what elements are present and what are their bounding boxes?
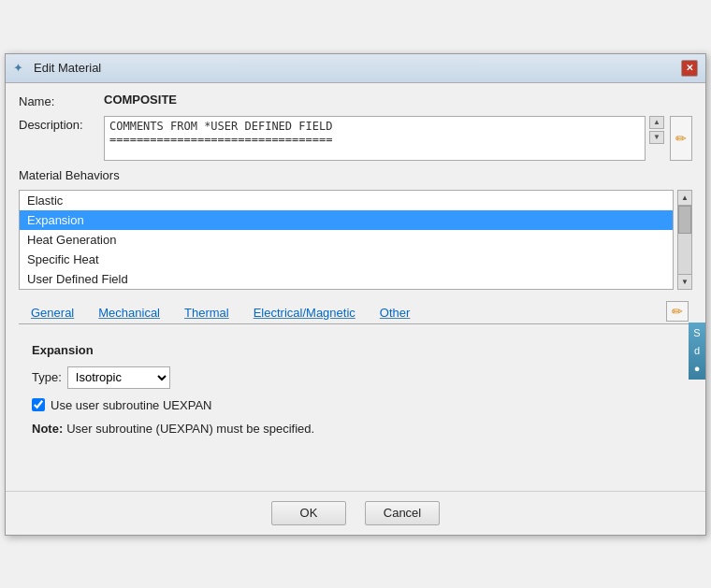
cancel-button[interactable]: Cancel — [365, 501, 440, 525]
side-icon-2[interactable]: d — [694, 346, 700, 356]
title-bar: ✦ Edit Material ✕ — [6, 54, 705, 83]
description-row: Description: COMMENTS FROM *USER DEFINED… — [19, 116, 692, 161]
behaviors-list: Elastic Expansion Heat Generation Specif… — [19, 190, 674, 290]
type-label: Type: — [32, 370, 62, 384]
dialog-body: Name: COMPOSITE Description: COMMENTS FR… — [6, 83, 705, 491]
name-label: Name: — [19, 93, 98, 108]
close-button[interactable]: ✕ — [681, 60, 698, 77]
content-panel: Expansion Type: Isotropic Orthotropic An… — [19, 332, 692, 481]
list-item-heat-generation[interactable]: Heat Generation — [20, 230, 673, 250]
description-container: COMMENTS FROM *USER DEFINED FIELD ======… — [104, 116, 664, 161]
list-scroll-up-button[interactable]: ▲ — [678, 191, 691, 206]
list-scroll-down-button[interactable]: ▼ — [678, 274, 691, 289]
material-behaviors-section: Material Behaviors — [19, 168, 692, 182]
app-icon: ✦ — [13, 61, 28, 76]
scroll-up-arrow[interactable]: ▲ — [649, 116, 664, 129]
behaviors-wrapper: Elastic Expansion Heat Generation Specif… — [19, 190, 692, 290]
type-row: Type: Isotropic Orthotropic Anisotropic — [32, 366, 679, 389]
note-text: User subroutine (UEXPAN) must be specifi… — [66, 422, 314, 436]
ok-button[interactable]: OK — [271, 501, 346, 525]
title-bar-left: ✦ Edit Material — [13, 61, 101, 76]
scroll-down-arrow[interactable]: ▼ — [649, 131, 664, 144]
tab-thermal[interactable]: Thermal — [172, 301, 241, 323]
uexpan-checkbox-label: Use user subroutine UEXPAN — [51, 398, 211, 412]
list-item-elastic[interactable]: Elastic — [20, 191, 673, 210]
expansion-title: Expansion — [32, 343, 679, 357]
list-scroll-thumb[interactable] — [678, 206, 691, 234]
type-select[interactable]: Isotropic Orthotropic Anisotropic — [67, 366, 170, 389]
name-value: COMPOSITE — [104, 93, 177, 107]
checkbox-row: Use user subroutine UEXPAN — [32, 398, 679, 412]
tabs-edit-button[interactable]: ✏ — [666, 301, 689, 322]
description-edit-button[interactable]: ✏ — [670, 116, 692, 161]
description-scroll-arrows: ▲ ▼ — [649, 116, 664, 161]
description-label: Description: — [19, 116, 98, 132]
uexpan-checkbox[interactable] — [32, 398, 45, 411]
side-icon-3[interactable]: ● — [694, 364, 701, 374]
tab-electrical-magnetic[interactable]: Electrical/Magnetic — [241, 301, 368, 323]
list-scrollbar: ▲ ▼ — [677, 190, 692, 290]
tabs-container: General Mechanical Thermal Electrical/Ma… — [19, 301, 692, 324]
note-label: Note: — [32, 422, 63, 436]
edit-material-dialog: ✦ Edit Material ✕ Name: COMPOSITE Descri… — [5, 53, 706, 536]
list-item-expansion[interactable]: Expansion — [20, 210, 673, 230]
list-scroll-track — [678, 206, 691, 274]
dialog-footer: OK Cancel — [6, 491, 705, 535]
name-row: Name: COMPOSITE — [19, 93, 692, 108]
list-item-specific-heat[interactable]: Specific Heat — [20, 250, 673, 269]
note-row: Note: User subroutine (UEXPAN) must be s… — [32, 422, 679, 436]
side-panel: S d ● — [689, 323, 705, 380]
tab-other[interactable]: Other — [368, 301, 423, 323]
material-behaviors-label: Material Behaviors — [19, 168, 120, 182]
dialog-title: Edit Material — [34, 61, 101, 75]
side-icon-1[interactable]: S — [693, 328, 700, 338]
tab-mechanical[interactable]: Mechanical — [86, 301, 172, 323]
tab-general[interactable]: General — [19, 301, 86, 323]
list-item-user-defined-field[interactable]: User Defined Field — [20, 269, 673, 289]
description-textarea[interactable]: COMMENTS FROM *USER DEFINED FIELD ======… — [104, 116, 646, 161]
